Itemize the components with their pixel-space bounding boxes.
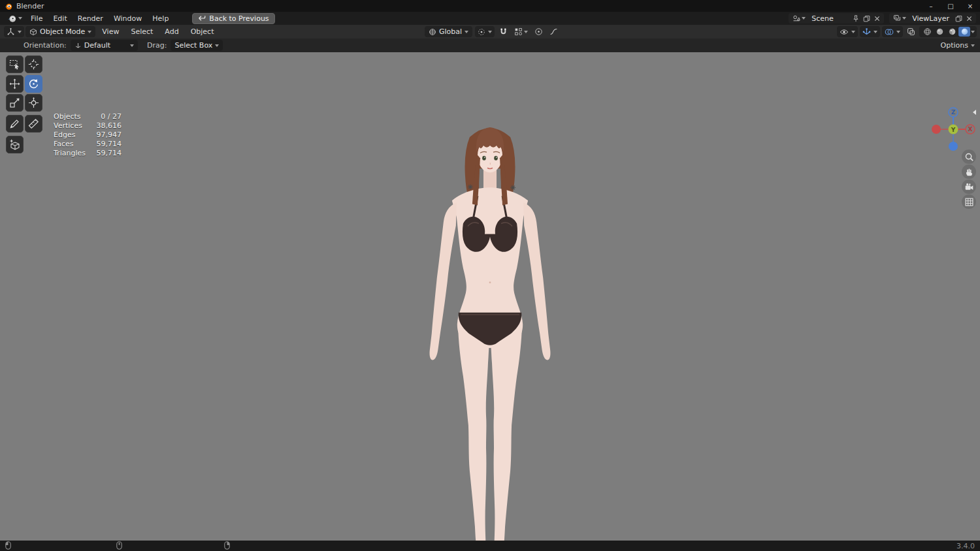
viewlayer-remove-button[interactable] <box>964 13 974 24</box>
viewlayer-duplicate-button[interactable] <box>953 13 964 24</box>
snap-settings-dropdown[interactable] <box>512 26 530 37</box>
object-mode-icon <box>29 28 37 36</box>
blender-app-menu-button[interactable] <box>4 14 25 23</box>
menu-edit[interactable]: Edit <box>48 12 72 24</box>
annotate-tool-button[interactable] <box>6 115 24 133</box>
chevron-down-icon <box>851 31 855 33</box>
stat-row: Triangles 59,714 <box>54 149 122 158</box>
axis-z-negative-ball[interactable] <box>949 142 958 151</box>
camera-view-button[interactable] <box>962 180 976 194</box>
gizmos-dropdown[interactable] <box>860 26 880 37</box>
stat-row: Vertices 38,616 <box>54 121 122 131</box>
pin-icon <box>853 15 859 22</box>
pivot-point-icon <box>478 28 485 36</box>
move-tool-button[interactable] <box>6 75 24 93</box>
chevron-down-icon <box>465 31 468 33</box>
minimize-button[interactable]: – <box>921 0 941 12</box>
overlays-dropdown[interactable] <box>882 26 903 37</box>
mode-dropdown[interactable]: Object Mode <box>25 26 95 37</box>
duplicate-icon <box>955 15 962 22</box>
shading-material-button[interactable] <box>946 27 958 37</box>
character-model <box>414 118 566 541</box>
blender-logo-icon <box>4 2 12 10</box>
shading-dropdown-chevron-icon[interactable] <box>971 31 975 33</box>
shading-solid-button[interactable] <box>934 27 945 37</box>
scene-name[interactable]: Scene <box>808 14 851 23</box>
header-right-cluster <box>837 25 977 39</box>
menu-add[interactable]: Add <box>159 26 184 38</box>
window-controls: – □ × <box>921 0 980 12</box>
orientation-globe-icon <box>429 28 436 36</box>
object-type-visibility-dropdown[interactable] <box>837 26 858 37</box>
close-button[interactable]: × <box>960 0 980 12</box>
transform-tool-button[interactable] <box>25 94 42 112</box>
3d-viewport[interactable]: Objects 0 / 27 Vertices 38,616 Edges 97,… <box>0 52 980 541</box>
axis-x-negative-ball[interactable] <box>932 125 941 134</box>
rotate-tool-button[interactable] <box>25 75 42 93</box>
orientation-axes-icon <box>74 42 82 49</box>
duplicate-icon <box>863 15 870 22</box>
transform-orientation-dropdown[interactable]: Global <box>425 26 472 37</box>
scene-browse-button[interactable] <box>791 13 808 24</box>
measure-tool-button[interactable] <box>25 115 42 133</box>
right-mouse-button-icon <box>224 541 230 550</box>
menu-object[interactable]: Object <box>186 26 220 38</box>
snap-toggle[interactable] <box>497 26 510 37</box>
chevron-down-icon <box>902 17 906 20</box>
sidebar-toggle-arrow-icon[interactable] <box>973 110 976 115</box>
tool-settings-bar: Orientation: Default Drag: Select Box Op… <box>0 39 980 52</box>
menu-render[interactable]: Render <box>73 12 108 24</box>
orthographic-toggle-button[interactable] <box>962 195 976 209</box>
magnet-icon <box>499 27 508 36</box>
orientation-label: Orientation: <box>24 41 67 50</box>
left-mouse-button-icon <box>5 541 11 550</box>
zoom-button[interactable] <box>962 150 976 164</box>
add-cube-tool-button[interactable] <box>6 136 24 153</box>
axis-z-label: Z <box>951 109 956 116</box>
axis-navigation-gizmo[interactable]: Z X Y <box>930 106 976 152</box>
scene-pin-button[interactable] <box>851 13 861 24</box>
pivot-point-dropdown[interactable] <box>475 26 495 37</box>
box-select-tool-button[interactable] <box>6 55 24 73</box>
proportional-editing-toggle[interactable] <box>532 26 545 37</box>
blender-version: 3.4.0 <box>956 541 975 551</box>
maximize-button[interactable]: □ <box>941 0 960 12</box>
axis-y-label: Y <box>951 127 956 133</box>
back-to-previous-button[interactable]: Back to Previous <box>192 13 274 24</box>
scene-icon <box>792 14 800 22</box>
shading-rendered-button[interactable] <box>958 27 970 37</box>
chevron-down-icon <box>874 31 877 33</box>
scale-tool-button[interactable] <box>6 94 24 112</box>
solid-sphere-icon <box>936 27 944 36</box>
proportional-falloff-dropdown[interactable] <box>547 26 560 37</box>
viewport-nav-controls <box>962 150 976 209</box>
wireframe-sphere-icon <box>923 27 932 36</box>
chevron-down-icon <box>18 31 22 33</box>
menu-file[interactable]: File <box>25 12 48 24</box>
cursor-tool-button[interactable] <box>25 55 42 73</box>
pan-button[interactable] <box>962 165 976 179</box>
header-left-cluster: Object Mode View Select Add Object <box>4 25 219 39</box>
xray-toggle[interactable] <box>905 26 917 37</box>
chevron-down-icon <box>215 44 219 47</box>
shading-mode-group <box>919 26 977 37</box>
scene-unlink-button[interactable] <box>872 13 882 24</box>
menu-select[interactable]: Select <box>125 26 158 38</box>
menu-window[interactable]: Window <box>108 12 147 24</box>
move-icon <box>9 78 20 89</box>
stat-row: Objects 0 / 27 <box>54 112 122 121</box>
menu-help[interactable]: Help <box>147 12 174 24</box>
menu-view[interactable]: View <box>97 26 124 38</box>
shading-wireframe-button[interactable] <box>921 27 933 37</box>
falloff-curve-icon <box>549 27 558 36</box>
viewlayer-browse-button[interactable] <box>891 13 908 24</box>
editor-type-button[interactable] <box>4 26 24 37</box>
scene-duplicate-button[interactable] <box>861 13 872 24</box>
viewlayer-name[interactable]: ViewLayer <box>908 14 953 23</box>
drag-label: Drag: <box>147 41 167 50</box>
tool-orientation-dropdown[interactable]: Default <box>71 40 138 51</box>
chevron-down-icon <box>18 17 22 20</box>
options-dropdown[interactable]: Options <box>941 41 975 50</box>
xray-icon <box>907 27 915 36</box>
drag-mode-dropdown[interactable]: Select Box <box>171 40 223 51</box>
